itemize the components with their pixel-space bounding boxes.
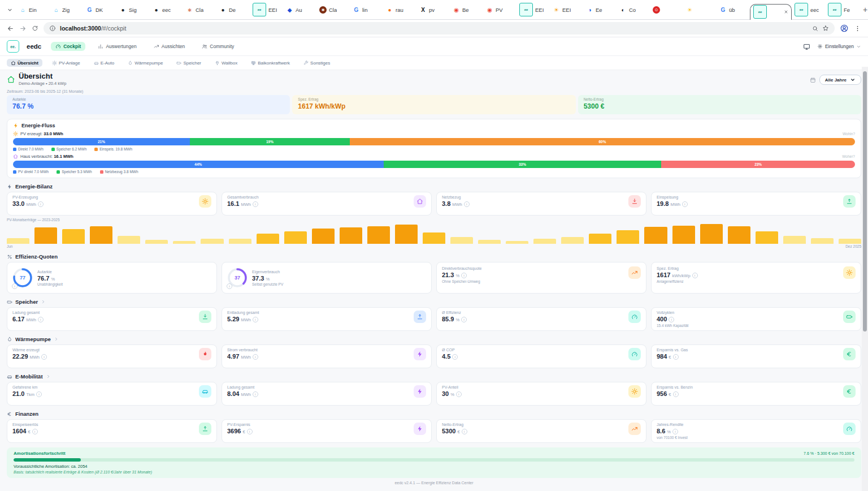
nav-auswertungen[interactable]: Auswertungen: [93, 42, 141, 51]
month-bar: [700, 224, 723, 244]
sun-icon: [843, 266, 856, 279]
info-icon[interactable]: i: [253, 354, 258, 360]
browser-tab[interactable]: ⌂Zig: [50, 3, 83, 16]
subnav-e-auto[interactable]: E-Auto: [90, 59, 118, 67]
axis-tick-right: Dez 2025: [845, 244, 861, 248]
info-icon[interactable]: i: [253, 317, 258, 322]
browser-tab[interactable]: ◉Be: [450, 3, 483, 16]
month-bar: [62, 229, 85, 244]
new-tab-button[interactable]: +: [863, 5, 867, 14]
browser-tab[interactable]: ◐Co: [617, 3, 650, 16]
info-icon[interactable]: i: [41, 354, 47, 360]
display-mode-icon[interactable]: [803, 43, 810, 50]
info-icon[interactable]: i: [669, 317, 674, 322]
year-range-select[interactable]: Alle Jahre: [819, 75, 861, 85]
section-header-emobilität[interactable]: E-Mobilität: [7, 373, 861, 380]
browser-tab[interactable]: Güb: [717, 3, 750, 16]
info-icon[interactable]: i: [32, 429, 38, 434]
info-icon[interactable]: i: [227, 283, 232, 289]
page-info-icon[interactable]: [49, 25, 56, 32]
zoom-icon[interactable]: [812, 25, 818, 32]
browser-tab[interactable]: eeeec: [792, 3, 825, 16]
reload-button[interactable]: [32, 25, 38, 32]
browser-tab[interactable]: eeFe: [825, 3, 858, 16]
subnav-übersicht[interactable]: Übersicht: [7, 59, 42, 67]
info-icon[interactable]: i: [464, 201, 470, 207]
subnav-wärmepumpe[interactable]: Wärmepumpe: [124, 59, 167, 67]
info-icon[interactable]: i: [692, 273, 698, 278]
browser-tab[interactable]: ◆Au: [283, 3, 316, 16]
browser-tab[interactable]: ⌂Ein: [16, 3, 50, 16]
card-label: Ø Effizienz: [442, 311, 467, 315]
subnav-wallbox[interactable]: Wallbox: [211, 59, 241, 67]
tab-close-icon[interactable]: [784, 10, 788, 14]
info-icon[interactable]: i: [38, 201, 44, 207]
forward-button[interactable]: [19, 25, 27, 32]
nav-cockpit[interactable]: Cockpit: [51, 42, 85, 51]
browser-tab[interactable]: ●De: [216, 3, 250, 16]
browser-tab[interactable]: eeEEI: [517, 3, 550, 16]
vertical-scrollbar[interactable]: [862, 67, 868, 491]
card-label: Ladung gesamt: [227, 385, 258, 389]
settings-label: Einstellungen: [825, 44, 854, 49]
browser-tab[interactable]: ◉PV: [483, 3, 517, 16]
settings-button[interactable]: Einstellungen: [817, 44, 861, 49]
info-icon[interactable]: i: [36, 391, 42, 397]
info-icon[interactable]: i: [672, 429, 678, 434]
info-icon[interactable]: i: [38, 317, 44, 322]
info-icon[interactable]: i: [461, 273, 467, 278]
browser-menu-icon[interactable]: [854, 25, 861, 32]
browser-tab[interactable]: ∗Cla: [183, 3, 216, 16]
section-header-speicher[interactable]: Speicher: [7, 299, 861, 305]
card-label: Vollzyklen: [657, 311, 688, 315]
profile-avatar[interactable]: [840, 24, 849, 33]
subnav-pv-anlage[interactable]: PV-Anlage: [48, 59, 84, 67]
section-header-wärmepumpe[interactable]: Wärmepumpe: [7, 336, 861, 342]
info-icon[interactable]: i: [462, 429, 467, 434]
nav-aussichten[interactable]: Aussichten: [149, 42, 190, 51]
nav-community[interactable]: Community: [197, 42, 238, 51]
info-icon[interactable]: i: [682, 201, 688, 207]
browser-tab[interactable]: ●eec: [150, 3, 183, 16]
tab-title: EEI: [562, 7, 571, 13]
kpi-band-spezertrag: Spez. Ertrag1617 kWh/kWp: [292, 95, 575, 114]
browser-tab[interactable]: Xpv: [416, 3, 450, 16]
browser-tab[interactable]: ☀EEI: [550, 3, 583, 16]
tab-title: EEI: [268, 7, 277, 13]
browser-tab[interactable]: Glin: [350, 3, 383, 16]
browser-tab[interactable]: ☀: [683, 3, 717, 16]
info-icon[interactable]: i: [12, 283, 18, 289]
browser-tab[interactable]: GDK: [83, 3, 116, 16]
scrollbar-thumb[interactable]: [863, 71, 867, 331]
tab-search-chevron-icon[interactable]: [7, 7, 13, 13]
nav-label: Cockpit: [63, 44, 81, 49]
browser-tab[interactable]: ∗Cla: [316, 3, 350, 16]
info-icon[interactable]: i: [253, 391, 258, 397]
eedc-logo[interactable]: ee.: [7, 40, 19, 53]
info-icon[interactable]: i: [253, 201, 258, 207]
info-icon[interactable]: i: [673, 354, 679, 360]
browser-tab[interactable]: ☺: [650, 3, 683, 16]
address-bar[interactable]: localhost:3000/#/cockpit: [44, 22, 835, 35]
browser-tab[interactable]: ●Sig: [116, 3, 150, 16]
energy-flow-title: Energie-Fluss: [21, 123, 55, 128]
info-icon[interactable]: i: [673, 391, 679, 397]
url-text[interactable]: localhost:3000/#/cockpit: [60, 25, 126, 32]
info-icon[interactable]: i: [456, 391, 462, 397]
energy-flow-card: Energie-Fluss PV erzeugt: 33.0 MWhWohin?…: [7, 119, 861, 178]
subnav-balkonkraftwerk[interactable]: Balkonkraftwerk: [247, 59, 294, 67]
browser-tab[interactable]: eeEEI: [250, 3, 283, 16]
info-icon[interactable]: i: [452, 354, 458, 360]
favicon: ∗: [186, 6, 193, 14]
browser-tab[interactable]: ◑Ee: [583, 3, 617, 16]
info-icon[interactable]: i: [247, 429, 253, 434]
info-icon[interactable]: i: [461, 317, 467, 322]
back-button[interactable]: [7, 25, 14, 32]
bookmark-star-icon[interactable]: [822, 25, 829, 32]
subnav-speicher[interactable]: Speicher: [172, 59, 205, 67]
browser-tab[interactable]: ●rau: [383, 3, 416, 16]
subnav-sonstiges[interactable]: Sonstiges: [300, 59, 334, 67]
flow-segment-einspeis: 60%: [350, 138, 855, 145]
kpi-card-netzbezug: Netzbezug3.8MWhi: [436, 192, 646, 216]
browser-tab-active[interactable]: ee: [750, 4, 792, 20]
